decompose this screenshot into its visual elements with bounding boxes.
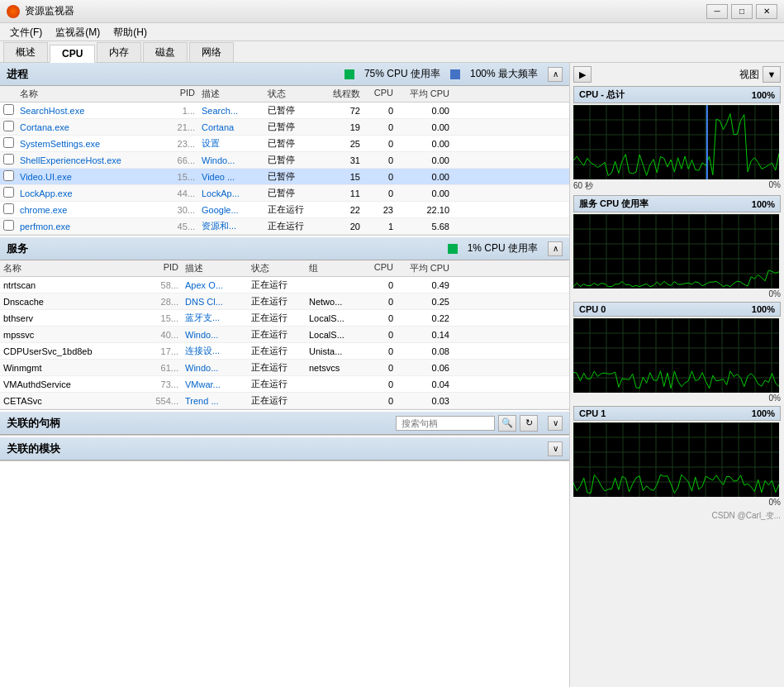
service-table-row[interactable]: VMAuthdService 73... VMwar... 正在运行 0 0.0… — [0, 376, 569, 393]
service-table-row[interactable]: ntrtscan 58... Apex O... 正在运行 0 0.49 — [0, 277, 569, 293]
menu-help[interactable]: 帮助(H) — [107, 25, 154, 39]
handles-refresh-button[interactable]: ↻ — [520, 415, 538, 432]
service-table-row[interactable]: Winmgmt 61... Windo... 正在运行 netsvcs 0 0.… — [0, 360, 569, 376]
svc-row-avgcpu: 0.22 — [400, 313, 449, 323]
modules-header-right: ∨ — [548, 441, 563, 456]
row-check[interactable] — [3, 187, 20, 199]
process-table-row[interactable]: ShellExperienceHost.exe 66... Windo... 已… — [0, 152, 569, 169]
handles-section-header[interactable]: 关联的句柄 🔍 ↻ ∨ — [0, 412, 569, 435]
svc-row-name[interactable]: mpssvc — [3, 330, 135, 340]
process-table-row[interactable]: Cortana.exe 21... Cortana 已暂停 19 0 0.00 — [0, 119, 569, 136]
chart-cpu-total-header: CPU - 总计 100% — [573, 86, 781, 103]
service-table-row[interactable]: mpssvc 40... Windo... 正在运行 LocalS... 0 0… — [0, 327, 569, 343]
process-collapse-btn[interactable]: ∧ — [548, 67, 563, 82]
row-check[interactable] — [3, 220, 20, 232]
col-header-pid[interactable]: PID — [152, 88, 202, 100]
svc-row-name[interactable]: bthserv — [3, 313, 135, 323]
process-table-row[interactable]: perfmon.exe 45... 资源和... 正在运行 20 1 5.68 — [0, 218, 569, 235]
process-table-body: SearchHost.exe 1... Search... 已暂停 72 0 0… — [0, 103, 569, 235]
svc-row-cpu: 0 — [367, 280, 400, 290]
col-header-desc[interactable]: 描述 — [202, 88, 268, 100]
process-section-header[interactable]: 进程 75% CPU 使用率 100% 最大频率 ∧ — [0, 63, 569, 86]
row-name[interactable]: chrome.exe — [20, 205, 152, 215]
svc-col-avgcpu[interactable]: 平均 CPU — [400, 262, 449, 274]
col-header-name[interactable]: 名称 — [20, 88, 152, 100]
tab-network[interactable]: 网络 — [189, 42, 234, 62]
row-name[interactable]: Video.UI.exe — [20, 172, 152, 182]
modules-section-header[interactable]: 关联的模块 ∨ — [0, 437, 569, 460]
row-name[interactable]: perfmon.exe — [20, 222, 152, 231]
row-check[interactable] — [3, 203, 20, 216]
svc-row-name[interactable]: ntrtscan — [3, 280, 135, 290]
view-dropdown-btn[interactable]: ▼ — [763, 66, 781, 83]
minimize-button[interactable]: ─ — [706, 4, 728, 19]
row-threads: 22 — [325, 205, 367, 215]
right-play-button[interactable]: ▶ — [573, 66, 592, 83]
service-table-row[interactable]: Dnscache 28... DNS Cl... 正在运行 Netwo... 0… — [0, 293, 569, 310]
process-table-row[interactable]: chrome.exe 30... Google... 正在运行 22 23 22… — [0, 202, 569, 218]
tab-cpu[interactable]: CPU — [50, 45, 95, 63]
close-button[interactable]: ✕ — [756, 4, 777, 19]
row-check[interactable] — [3, 137, 20, 150]
row-name[interactable]: SearchHost.exe — [20, 106, 152, 116]
svc-row-name[interactable]: Dnscache — [3, 297, 135, 307]
svc-row-name[interactable]: VMAuthdService — [3, 379, 135, 389]
row-check[interactable] — [3, 170, 20, 183]
window-title: 资源监视器 — [25, 4, 74, 18]
row-name[interactable]: SystemSettings.exe — [20, 139, 152, 149]
modules-collapse-btn[interactable]: ∨ — [548, 441, 563, 456]
service-table-row[interactable]: CETASvc 554... Trend ... 正在运行 0 0.03 — [0, 393, 569, 409]
row-pid: 44... — [152, 188, 202, 198]
col-header-cpu[interactable]: CPU — [367, 88, 400, 100]
svc-col-pid[interactable]: PID — [135, 262, 185, 274]
svc-row-name[interactable]: Winmgmt — [3, 363, 135, 373]
chart-cpu0-title: CPU 0 — [579, 304, 606, 314]
row-check[interactable] — [3, 121, 20, 133]
row-cpu: 0 — [367, 155, 400, 165]
col-header-state[interactable]: 状态 — [268, 88, 325, 100]
chart-service-cpu-wrapper — [573, 214, 781, 289]
row-threads: 15 — [325, 172, 367, 182]
service-collapse-btn[interactable]: ∧ — [548, 241, 563, 256]
row-name[interactable]: ShellExperienceHost.exe — [20, 155, 152, 165]
svc-col-group[interactable]: 组 — [309, 262, 367, 274]
tab-disk[interactable]: 磁盘 — [143, 42, 188, 62]
cpu-blue-indicator — [450, 69, 460, 79]
col-header-threads[interactable]: 线程数 — [325, 88, 367, 100]
tab-memory[interactable]: 内存 — [97, 42, 141, 62]
chart-service-cpu-header: 服务 CPU 使用率 100% — [573, 195, 781, 212]
handles-collapse-btn[interactable]: ∨ — [548, 416, 563, 431]
svc-row-name[interactable]: CDPUserSvc_1bd8eb — [3, 346, 135, 356]
svc-col-name[interactable]: 名称 — [3, 262, 135, 274]
svc-col-state[interactable]: 状态 — [251, 262, 309, 274]
row-check[interactable] — [3, 104, 20, 117]
tab-overview[interactable]: 概述 — [3, 42, 48, 62]
row-check[interactable] — [3, 154, 20, 166]
col-header-avgcpu[interactable]: 平均 CPU — [400, 88, 449, 100]
menu-monitor[interactable]: 监视器(M) — [49, 25, 107, 39]
handles-search-button[interactable]: 🔍 — [498, 415, 516, 432]
row-desc: Video ... — [202, 172, 268, 182]
row-threads: 31 — [325, 155, 367, 165]
process-table-row[interactable]: SystemSettings.exe 23... 设置 已暂停 25 0 0.0… — [0, 136, 569, 152]
row-pid: 1... — [152, 106, 202, 116]
row-name[interactable]: Cortana.exe — [20, 122, 152, 132]
chart-cpu0-labels: 0% — [573, 394, 781, 403]
process-table-row[interactable]: SearchHost.exe 1... Search... 已暂停 72 0 0… — [0, 103, 569, 119]
svc-col-cpu[interactable]: CPU — [367, 262, 400, 274]
handles-search-input[interactable] — [396, 416, 495, 431]
row-name[interactable]: LockApp.exe — [20, 188, 152, 198]
svc-row-name[interactable]: CETASvc — [3, 396, 135, 406]
service-table-row[interactable]: CDPUserSvc_1bd8eb 17... 连接设... 正在运行 Unis… — [0, 343, 569, 360]
maximize-button[interactable]: □ — [731, 4, 753, 19]
chart-cpu-total: CPU - 总计 100% 60 秒 0% — [573, 86, 781, 192]
process-title: 进程 — [7, 67, 28, 82]
service-table-row[interactable]: bthserv 15... 蓝牙支... 正在运行 LocalS... 0 0.… — [0, 310, 569, 327]
chart-service-cpu-title: 服务 CPU 使用率 — [579, 198, 649, 210]
service-section-header[interactable]: 服务 1% CPU 使用率 ∧ — [0, 237, 569, 260]
svc-col-desc[interactable]: 描述 — [185, 262, 251, 274]
svc-row-pid: 554... — [135, 396, 185, 406]
process-table-row[interactable]: LockApp.exe 44... LockAp... 已暂停 11 0 0.0… — [0, 185, 569, 202]
process-table-row[interactable]: Video.UI.exe 15... Video ... 已暂停 15 0 0.… — [0, 169, 569, 185]
menu-file[interactable]: 文件(F) — [3, 25, 49, 39]
